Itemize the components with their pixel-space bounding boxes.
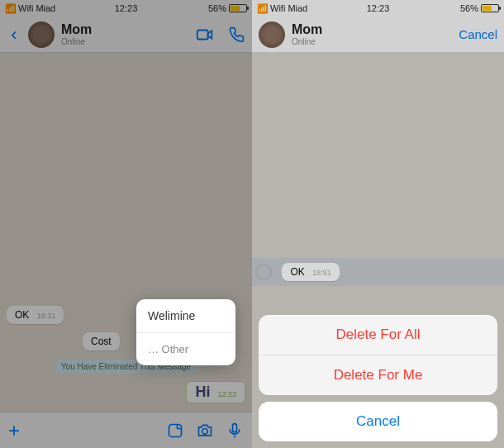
contact-name: Mom <box>292 22 452 37</box>
status-bar: 📶 Wifi Miad 12:23 56% <box>252 0 504 17</box>
message-text: Cost <box>91 336 112 347</box>
contact-status: Online <box>292 37 452 46</box>
status-battery: 56% <box>460 3 499 13</box>
carrier-text: Wifi Miad <box>18 3 55 13</box>
message-time: 18:31 <box>37 312 56 320</box>
svg-rect-3 <box>233 423 237 431</box>
selection-checkbox[interactable] <box>255 264 272 280</box>
message-time: 12:23 <box>217 390 236 398</box>
action-sheet-group: Delete For All Delete For Me <box>259 315 497 395</box>
video-call-icon[interactable] <box>196 26 214 44</box>
wifi-icon: 📶 <box>5 3 17 14</box>
battery-pct: 56% <box>460 3 478 13</box>
context-menu-item-other[interactable]: … Other <box>136 333 235 365</box>
status-battery: 56% <box>208 3 247 13</box>
chat-header: ‹ Mom Online <box>0 17 252 53</box>
wifi-icon: 📶 <box>257 3 269 14</box>
back-button[interactable]: ‹ <box>7 24 21 45</box>
svg-rect-0 <box>197 30 208 39</box>
delete-for-all-button[interactable]: Delete For All <box>259 315 497 355</box>
contact-status: Online <box>61 37 189 46</box>
svg-rect-1 <box>169 424 182 436</box>
contact-name: Mom <box>61 22 189 37</box>
sticker-icon[interactable] <box>166 422 184 440</box>
contact-info[interactable]: Mom Online <box>61 22 189 46</box>
svg-point-2 <box>202 428 208 434</box>
left-panel: 📶 Wifi Miad 12:23 56% ‹ Mom Online OK <box>0 0 252 448</box>
battery-icon <box>229 4 247 12</box>
avatar[interactable] <box>28 21 55 48</box>
status-time: 12:23 <box>367 3 390 13</box>
delete-for-me-button[interactable]: Delete For Me <box>259 355 497 395</box>
message-text: OK <box>290 266 304 278</box>
action-sheet-cancel-button[interactable]: Cancel <box>259 402 497 441</box>
message-text: OK <box>15 309 29 321</box>
right-panel: 📶 Wifi Miad 12:23 56% Mom Online Cancel … <box>252 0 504 448</box>
phone-call-icon[interactable] <box>227 26 245 44</box>
contact-info[interactable]: Mom Online <box>292 22 452 46</box>
action-sheet: Delete For All Delete For Me Cancel <box>259 315 497 441</box>
message-text: Hi <box>195 384 210 400</box>
cancel-button[interactable]: Cancel <box>459 27 497 41</box>
microphone-icon[interactable] <box>226 422 244 440</box>
status-carrier: 📶 Wifi Miad <box>257 3 307 14</box>
status-bar: 📶 Wifi Miad 12:23 56% <box>0 0 252 17</box>
status-time: 12:23 <box>115 3 138 13</box>
context-menu: Welimine … Other <box>136 299 235 365</box>
message-out-selected[interactable]: Hi 12:23 <box>186 381 245 403</box>
camera-icon[interactable] <box>196 422 214 440</box>
message-in[interactable]: OK 18:51 <box>282 263 339 281</box>
battery-icon <box>481 4 499 12</box>
message-time: 18:51 <box>312 269 331 277</box>
status-carrier: 📶 Wifi Miad <box>5 3 55 14</box>
context-menu-item-delete[interactable]: Welimine <box>136 299 235 333</box>
chat-header-select-mode: Mom Online Cancel <box>252 17 504 53</box>
avatar[interactable] <box>259 21 285 48</box>
input-toolbar: + <box>0 412 252 448</box>
message-in[interactable]: Cost <box>83 332 120 350</box>
attach-button[interactable]: + <box>8 419 20 442</box>
message-in[interactable]: OK 18:31 <box>7 306 64 324</box>
carrier-text: Wifi Miad <box>270 3 307 13</box>
battery-pct: 56% <box>208 3 226 13</box>
